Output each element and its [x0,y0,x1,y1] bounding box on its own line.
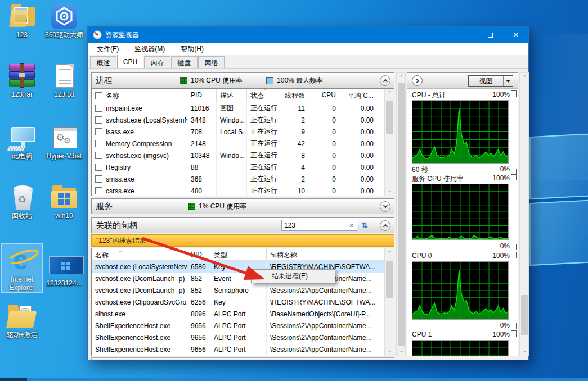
desktop-icon-internet-explorer[interactable]: e Internet Explorer [0,246,44,292]
handles-table-scrollbar[interactable]: ⌃ ⌄ [384,248,394,356]
col-name[interactable]: 名称 [92,89,187,102]
handle-search-input[interactable] [281,220,346,231]
scroll-down-icon[interactable]: ⌄ [520,346,529,356]
tab-network[interactable]: 网络 [198,56,225,68]
cell-name[interactable]: smss.exe [92,173,187,185]
menu-file[interactable]: 文件(F) [92,43,123,55]
context-menu: 结束进程(E) [251,269,335,283]
scrollbar-thumb[interactable] [521,295,528,335]
handle-row[interactable]: svchost.exe (DcomLaunch -p)852Event\Sess… [92,273,394,284]
cell-pid: 3448 [187,114,217,126]
process-table-scrollbar[interactable]: ⌃ ⌄ [384,89,394,196]
dropdown-arrow[interactable] [503,76,513,86]
title-bar[interactable]: 资源监视器 ✕ [88,27,528,43]
cell-name[interactable]: mspaint.exe [92,102,187,114]
cell-name[interactable]: Memory Compression [92,138,187,149]
scroll-up-icon[interactable]: ⌃ [397,73,406,83]
desktop-icon-recycle-bin[interactable]: ♻ 回收站 [0,184,44,220]
process-collapse-button[interactable] [380,75,390,86]
services-expand-button[interactable] [380,201,390,212]
col-cpu[interactable]: CPU [311,89,342,102]
row-checkbox[interactable] [95,164,102,171]
desktop-icon-360-driver-master[interactable]: 360驱动大师 [42,3,86,39]
desktop-icon-win10-folder[interactable]: win10 [42,184,86,220]
process-row[interactable]: csrss.exe480正在运行1000.00 [92,185,394,196]
tab-disk[interactable]: 磁盘 [171,56,198,68]
col-type[interactable]: 类型 [210,248,267,260]
col-threads[interactable]: 线程数 [279,89,311,102]
col-avg-cpu[interactable]: 平均 C... [342,89,379,102]
minimize-button[interactable] [452,27,478,43]
desktop-icon-123[interactable]: 123 [0,3,44,39]
scroll-up-icon[interactable]: ⌃ [520,73,529,83]
handles-section-header[interactable]: 关联的句柄 ✕ ⇅ [91,217,394,233]
col-handle-name[interactable]: 句柄名称 [267,248,385,260]
close-button[interactable]: ✕ [503,27,528,43]
scroll-up-icon[interactable]: ⌃ [385,89,394,98]
handle-row[interactable]: sihost.exe8096ALPC Port\BaseNamedObjects… [92,308,394,320]
col-pid[interactable]: PID [187,89,217,102]
row-checkbox[interactable] [95,175,102,183]
cell-name[interactable]: csrss.exe [92,185,187,196]
desktop-icon-this-pc[interactable]: 此电脑 [0,125,44,161]
graph-panel-scrollbar[interactable]: ⌃ ⌄ [519,72,529,356]
select-all-checkbox[interactable] [95,92,102,99]
scrollbar-thumb[interactable] [386,261,393,298]
col-desc[interactable]: 描述 [217,89,247,102]
desktop-icon-driver-activate[interactable]: 驱动+激活 [0,303,44,339]
handle-row[interactable]: ShellExperienceHost.exe9656ALPC Port\Ses… [92,343,394,355]
row-checkbox[interactable] [95,187,102,194]
col-name[interactable]: ⌄名称 [92,248,187,260]
clear-search-icon[interactable]: ✕ [346,220,357,231]
desktop-icon-12323124[interactable]: 12323124... [42,252,86,288]
handle-row[interactable]: ShellExperienceHost.exe9656ALPC Port\Ses… [92,332,394,343]
process-row[interactable]: mspaint.exe11016画图正在运行1100.00 [92,102,394,114]
menu-monitor[interactable]: 监视器(M) [130,43,169,55]
view-dropdown-button[interactable]: 视图 [468,75,513,87]
col-pid[interactable]: PID [187,248,210,260]
main-content-scrollbar[interactable]: ⌃ ⌄ [396,72,406,356]
scale-bracket [511,244,517,250]
scroll-down-icon[interactable]: ⌄ [385,346,394,356]
scroll-down-icon[interactable]: ⌄ [385,186,394,196]
handle-row[interactable]: svchost.exe (ClipboardSvcGro...6256Key\R… [92,296,394,308]
row-checkbox[interactable] [95,152,102,159]
cell-name[interactable]: lsass.exe [92,126,187,138]
col-status[interactable]: ⌃状态 [247,89,279,102]
process-section-header[interactable]: 进程 10% CPU 使用率 100% 最大频率 [91,72,394,88]
tab-memory[interactable]: 内存 [144,56,170,68]
process-row[interactable]: svchost.exe (LocalSystemN...3448Windo...… [92,114,394,126]
process-row[interactable]: Memory Compression2148正在运行4200.00 [92,138,394,149]
row-checkbox[interactable] [95,105,102,112]
services-section-header[interactable]: 服务 1% CPU 使用率 [91,198,394,214]
row-checkbox[interactable] [95,140,102,147]
process-row[interactable]: smss.exe368正在运行200.00 [92,173,394,185]
desktop-icon-123-txt[interactable]: 123.txt [42,63,86,99]
handle-row[interactable]: ShellExperienceHost.exe9656ALPC Port\Ses… [92,320,394,332]
process-row[interactable]: Registry88正在运行400.00 [92,161,394,173]
row-checkbox[interactable] [95,116,102,124]
scroll-down-icon[interactable]: ⌄ [397,346,406,356]
cell-name[interactable]: Registry [92,161,187,173]
process-row[interactable]: lsass.exe708Local S...正在运行900.00 [92,126,394,138]
scrollbar-thumb[interactable] [386,101,393,134]
tab-overview[interactable]: 概述 [90,56,116,68]
refresh-search-icon[interactable]: ⇅ [358,220,371,231]
desktop-icon-123-rar[interactable]: 123.rar [0,63,44,99]
process-row[interactable]: svchost.exe (imgsvc)10348Windo...正在运行800… [92,149,394,161]
cell-name[interactable]: svchost.exe (imgsvc) [92,149,187,161]
handles-collapse-button[interactable] [380,220,390,231]
panel-expand-button[interactable] [412,75,423,86]
cell-desc [217,173,247,185]
cell-name[interactable]: svchost.exe (LocalSystemN... [92,114,187,126]
end-process-menu-item[interactable]: 结束进程(E) [252,270,335,283]
handle-row[interactable]: svchost.exe (LocalSystemNetw...6580Key\R… [92,261,394,273]
maximize-button[interactable] [478,27,503,43]
tab-cpu[interactable]: CPU [117,55,143,68]
scroll-up-icon[interactable]: ⌃ [385,248,394,258]
scrollbar-thumb[interactable] [398,83,405,346]
desktop-icon-hyperv-bat[interactable]: ⚙⚙ Hyper-V.bat [42,125,86,161]
handle-row[interactable]: svchost.exe (DcomLaunch -p)852Semaphore\… [92,284,394,296]
menu-help[interactable]: 帮助(H) [176,43,208,55]
row-checkbox[interactable] [95,128,102,135]
